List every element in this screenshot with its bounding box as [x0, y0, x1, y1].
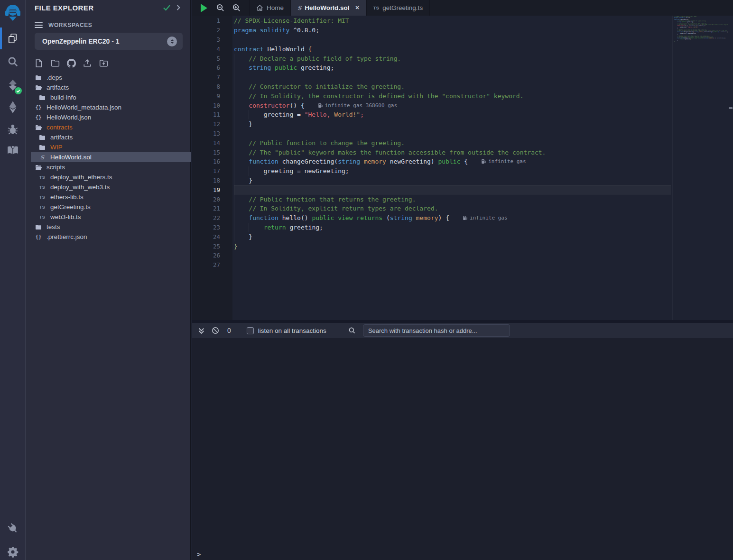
- terminal-output[interactable]: >: [192, 338, 733, 560]
- file-tree-item-ethers-lib-ts[interactable]: TSethers-lib.ts: [26, 192, 191, 202]
- workspace-select[interactable]: OpenZeppelin ERC20 - 1: [35, 33, 183, 50]
- editor-tab-home[interactable]: Home: [249, 0, 291, 16]
- code-text: [234, 73, 671, 82]
- code-line-17: 17 greeting = newGreeting;: [192, 166, 671, 176]
- folder-icon: [38, 145, 46, 150]
- sidebar-item-settings[interactable]: [0, 543, 26, 560]
- line-number: 21: [192, 205, 220, 212]
- run-script-button[interactable]: [196, 0, 212, 16]
- sidebar-item-plugin-manager[interactable]: [0, 520, 26, 537]
- scrollbar-thumb[interactable]: [729, 107, 733, 109]
- code-text: }: [234, 241, 671, 251]
- code-editor[interactable]: 1// SPDX-License-Identifier: MIT2pragma …: [192, 16, 733, 320]
- file-tree-item-deploy-with-web3-ts[interactable]: TSdeploy_with_web3.ts: [26, 182, 191, 192]
- file-name: .deps: [46, 74, 62, 81]
- new-file-button[interactable]: [34, 58, 44, 68]
- terminal-search-icon: [347, 327, 357, 334]
- sidebar-item-debugger[interactable]: [0, 119, 26, 139]
- code-text: // In Solidity, the constructor is defin…: [234, 91, 671, 101]
- search-icon: [7, 55, 19, 68]
- line-number: 5: [192, 55, 220, 62]
- clear-console-button[interactable]: [210, 327, 221, 334]
- file-tree-item-helloworld-json[interactable]: {}HelloWorld.json: [26, 112, 191, 122]
- file-name: deploy_with_ethers.ts: [50, 174, 112, 181]
- file-tree-item-tests[interactable]: tests: [26, 222, 191, 232]
- file-name: HelloWorld.json: [46, 114, 91, 121]
- line-number: 11: [192, 111, 220, 118]
- sidebar-item-file-explorer[interactable]: [0, 28, 26, 49]
- file-tree-item-contracts[interactable]: contracts: [26, 122, 191, 132]
- sidebar-item-solidity-compiler[interactable]: [0, 74, 26, 95]
- file-toolbar: [34, 58, 109, 68]
- code-text: // Public function that returns the gree…: [234, 194, 671, 204]
- expand-terminal-button[interactable]: [196, 327, 206, 334]
- ts-icon: TS: [38, 175, 46, 180]
- file-tree-item-deps[interactable]: .deps: [26, 73, 191, 83]
- remix-logo[interactable]: [0, 3, 26, 24]
- workspaces-menu-icon[interactable]: [35, 21, 43, 29]
- workspace-name: OpenZeppelin ERC20 - 1: [42, 37, 167, 45]
- editor-tab-getgreeting-ts[interactable]: TSgetGreeting.ts: [367, 0, 430, 16]
- close-icon[interactable]: ✕: [355, 5, 360, 11]
- line-number: 15: [192, 149, 220, 156]
- code-text: pragma solidity ^0.8.0;: [234, 26, 671, 35]
- code-line-24: 24 }: [192, 232, 671, 241]
- code-text: // Declare a public field of type string…: [234, 54, 671, 63]
- panel-expand-icon[interactable]: [176, 4, 181, 13]
- new-folder-button[interactable]: [50, 58, 60, 68]
- gas-pump-icon: [318, 103, 323, 108]
- upload-file-button[interactable]: [82, 58, 93, 68]
- terminal-toolbar: 0 listen on all transactions: [192, 320, 733, 338]
- code-text: [234, 260, 671, 270]
- file-name: web3-lib.ts: [50, 213, 81, 220]
- zoom-out-button[interactable]: [212, 0, 228, 16]
- file-tree-item-scripts[interactable]: scripts: [26, 162, 191, 172]
- code-line-13: 13: [192, 129, 671, 138]
- folder-open-icon: [35, 125, 42, 130]
- code-text: }: [234, 176, 671, 185]
- scrollbar[interactable]: [728, 16, 733, 320]
- listen-checkbox[interactable]: [247, 327, 254, 334]
- code-line-26: 26: [192, 251, 671, 260]
- sidebar-item-learn[interactable]: [0, 141, 26, 159]
- file-tree-item-deploy-with-ethers-ts[interactable]: TSdeploy_with_ethers.ts: [26, 172, 191, 182]
- minimap[interactable]: // SPDX-License-Identifier: MITpragma so…: [672, 16, 728, 320]
- file-name: build-info: [50, 94, 76, 101]
- file-tree-item-artifacts[interactable]: artifacts: [26, 83, 191, 92]
- code-line-3: 3: [192, 35, 671, 45]
- file-name: tests: [46, 223, 60, 230]
- code-text: greeting = "Hello, World!";: [234, 110, 671, 119]
- terminal-search-input[interactable]: [363, 324, 510, 337]
- file-name: deploy_with_web3.ts: [50, 184, 110, 191]
- tab-label: HelloWorld.sol: [305, 4, 349, 11]
- workspace-switch-icon[interactable]: [167, 37, 177, 46]
- ts-icon: TS: [38, 205, 46, 210]
- code-line-20: 20 // Public function that returns the g…: [192, 194, 671, 204]
- line-number: 1: [192, 17, 220, 24]
- github-button[interactable]: [66, 58, 76, 68]
- folder-open-icon: [35, 165, 42, 170]
- code-text: constructor() {infinite gas 368600 gas: [234, 101, 671, 110]
- file-tree-item-web3-lib-ts[interactable]: TSweb3-lib.ts: [26, 212, 191, 222]
- code-text: // SPDX-License-Identifier: MIT: [234, 16, 671, 26]
- line-number: 14: [192, 139, 220, 147]
- file-tree-item-helloworld-sol[interactable]: SHelloWorld.sol: [31, 152, 191, 162]
- line-number: 9: [192, 92, 220, 100]
- upload-folder-button[interactable]: [98, 58, 109, 68]
- sidebar-item-search[interactable]: [0, 52, 26, 71]
- editor-tab-helloworld-sol[interactable]: SHelloWorld.sol✕: [291, 0, 367, 16]
- file-tree-item-getgreeting-ts[interactable]: TSgetGreeting.ts: [26, 202, 191, 212]
- file-tree-item-helloworld-metadata-json[interactable]: {}HelloWorld_metadata.json: [26, 102, 191, 112]
- sidebar-item-deploy-and-run[interactable]: [0, 98, 26, 117]
- code-text: greeting = newGreeting;: [234, 166, 671, 176]
- transaction-count: 0: [227, 327, 231, 334]
- zoom-in-icon: [232, 3, 241, 12]
- file-tree-item-build-info[interactable]: build-info: [26, 92, 191, 102]
- file-tree-item-wip[interactable]: WIP: [26, 142, 191, 152]
- zoom-in-button[interactable]: [228, 0, 244, 16]
- code-line-2: 2pragma solidity ^0.8.0;: [192, 26, 671, 35]
- gas-pump-icon: [463, 215, 467, 220]
- file-tree-item-prettierrc-json[interactable]: {}.prettierrc.json: [26, 232, 191, 242]
- ts-icon: TS: [38, 215, 46, 220]
- file-tree-item-artifacts[interactable]: artifacts: [26, 132, 191, 142]
